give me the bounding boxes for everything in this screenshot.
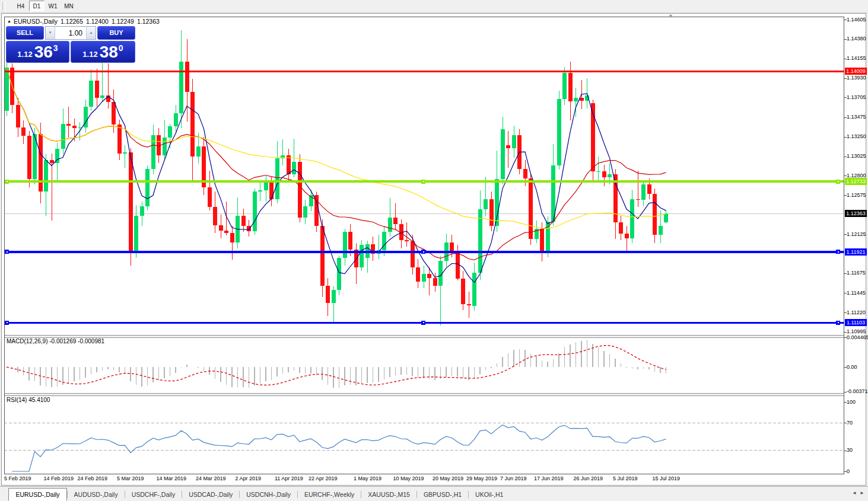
date-axis-label: 11 Apr 2019: [275, 476, 303, 481]
price-axis-tick: [844, 59, 847, 59]
price-axis-tick: [844, 39, 847, 40]
price-axis-label: 1.14605: [847, 17, 868, 23]
price-axis-tick: [844, 332, 847, 333]
volume-spinner: ▼ ▲: [45, 26, 96, 40]
date-axis-label: 14 Mar 2019: [157, 476, 187, 481]
date-axis-label: 5 Mar 2019: [117, 476, 144, 481]
chart-tab-ukoil-h1[interactable]: UKOil-,H1: [469, 489, 510, 500]
price-axis-label: 1.11675: [847, 270, 868, 276]
toolbar-grip[interactable]: [2, 2, 5, 11]
sell-price-pip: 3: [53, 43, 58, 53]
timeframe-button-H4[interactable]: H4: [13, 1, 28, 11]
macd-axis-tick: [844, 367, 847, 368]
price-axis-label: 1.13930: [847, 75, 868, 81]
price-axis-tick: [844, 20, 847, 20]
timeframe-button-W1[interactable]: W1: [45, 1, 61, 11]
price-axis-tick: [844, 293, 847, 293]
price-axis-label: 1.12125: [847, 231, 868, 238]
quote-line: ▲EURUSD-,Daily1.122651.124001.122491.123…: [7, 18, 160, 25]
quote-open: 1.12265: [61, 18, 83, 25]
hline-handle-dot: [7, 181, 8, 182]
volume-increase-button[interactable]: ▲: [86, 27, 96, 39]
chart-tab-eurusd-daily[interactable]: EURUSD-,Daily: [8, 488, 66, 501]
date-axis-label: 10 May 2019: [393, 476, 424, 481]
rsi-axis-label: 70: [847, 420, 868, 426]
chart-canvas[interactable]: [4, 17, 844, 474]
collapse-triangle-icon[interactable]: ▲: [7, 19, 11, 23]
volume-decrease-button[interactable]: ▼: [46, 27, 55, 39]
rsi-axis-tick: [844, 451, 847, 451]
buy-price-tile[interactable]: 1.12380: [71, 41, 135, 63]
price-axis-tick: [844, 175, 847, 176]
chart-tab-xauusd-m15[interactable]: XAUUSD-,M15: [361, 489, 416, 500]
hline-handle-dot: [423, 181, 424, 182]
price-axis-label: 1.13705: [847, 94, 868, 101]
volume-input[interactable]: [55, 27, 86, 39]
tab-scroll-left-button[interactable]: ◄: [852, 490, 857, 496]
date-axis-label: 20 May 2019: [433, 476, 463, 481]
chart-tab-gbpusd-h1[interactable]: GBPUSD-,H1: [417, 489, 468, 500]
price-axis-tick: [844, 137, 847, 138]
chart-tab-usdcnh-daily[interactable]: USDCNH-,Daily: [240, 489, 297, 500]
date-axis-label: 5 Feb 2019: [4, 476, 31, 481]
sell-button[interactable]: SELL: [6, 26, 44, 40]
rsi-axis-label: 100: [847, 399, 868, 406]
quote-close: 1.12363: [137, 18, 160, 25]
quote-high: 1.12400: [86, 18, 109, 25]
rsi-indicator-label: RSI(14) 45.4100: [7, 397, 50, 403]
panel-splitter[interactable]: [4, 393, 844, 395]
date-axis-label: 22 Apr 2019: [309, 476, 338, 481]
buy-price-pip: 0: [119, 43, 123, 53]
hline-handle-dot: [423, 322, 424, 323]
buy-price-prefix: 1.12: [82, 50, 97, 59]
price-axis-tick: [844, 234, 847, 235]
price-axis-label: 1.11445: [847, 290, 868, 296]
price-axis-marker-label: 1.14009: [845, 68, 867, 75]
price-axis-marker-label: 1.11921: [845, 248, 867, 256]
price-axis-marker-label: 1.12363: [845, 210, 867, 217]
rsi-axis-tick: [844, 423, 847, 423]
date-axis-label: 2 Apr 2019: [236, 476, 262, 481]
buy-button[interactable]: BUY: [97, 26, 135, 40]
timeframe-button-D1[interactable]: D1: [29, 1, 44, 11]
buy-button-label: BUY: [108, 27, 124, 40]
sell-button-label: SELL: [15, 27, 34, 40]
date-axis-label: 15 Jul 2019: [653, 476, 681, 481]
rsi-axis-label: 30: [847, 447, 868, 454]
chart-tab-usdchf-daily[interactable]: USDCHF-,Daily: [125, 489, 182, 500]
timeframe-toolbar: H4D1W1MN: [0, 0, 868, 13]
panel-splitter[interactable]: [4, 335, 844, 337]
date-axis-label: 24 Mar 2019: [196, 476, 226, 481]
price-axis-marker-label: 1.12733: [845, 178, 867, 185]
chart-tab-audusd-daily[interactable]: AUDUSD-,Daily: [68, 489, 125, 500]
hline-handle-dot: [423, 251, 424, 253]
date-axis-label: 26 Jun 2019: [574, 476, 603, 481]
price-axis-label: 1.12575: [847, 192, 868, 199]
macd-indicator-label: MACD(12,26,9) -0.001269 -0.000981: [7, 338, 104, 344]
sell-price-prefix: 1.12: [17, 50, 32, 59]
chart-tab-usdcad-daily[interactable]: USDCAD-,Daily: [182, 489, 239, 500]
macd-axis-label: 0.00: [847, 364, 868, 371]
macd-axis-tick: [844, 337, 847, 338]
price-axis-marker-label: 1.11103: [845, 319, 867, 326]
price-axis-tick: [844, 195, 847, 196]
chart-tab-bar: EURUSD-,DailyAUDUSD-,DailyUSDCHF-,DailyU…: [0, 486, 868, 501]
hline-handle-dot: [838, 322, 839, 323]
sell-price-big: 36: [34, 43, 53, 62]
date-axis-label: 5 Jul 2019: [613, 476, 638, 481]
price-axis-tick: [844, 117, 847, 118]
chart-shift-marker-icon: ▼: [668, 13, 673, 19]
sell-price-tile[interactable]: 1.12363: [6, 41, 69, 63]
quote-symbol: EURUSD-,Daily: [14, 18, 58, 25]
price-axis-tick: [844, 78, 847, 79]
rsi-axis-tick: [844, 402, 847, 403]
chart-area[interactable]: [4, 17, 844, 474]
tab-scroll-right-button[interactable]: ►: [860, 490, 864, 496]
price-axis-label: 1.13475: [847, 114, 868, 120]
macd-axis-label: 0.004465: [847, 334, 868, 341]
chart-tab-eurchf-weekly[interactable]: EURCHF-,Weekly: [298, 489, 361, 500]
hline-handle-dot: [7, 322, 8, 323]
metatrader-window: H4D1W1MN ▲EURUSD-,Daily1.122651.124001.1…: [0, 0, 868, 501]
price-axis-tick: [844, 97, 847, 98]
timeframe-button-MN[interactable]: MN: [61, 1, 77, 11]
